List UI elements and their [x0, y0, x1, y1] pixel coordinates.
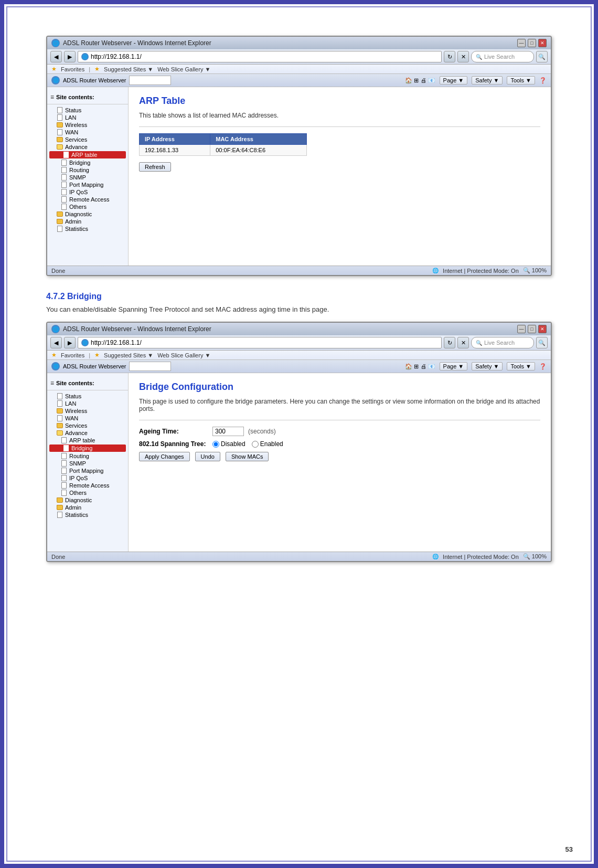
back-button-2[interactable]: ◀ — [50, 337, 62, 348]
search-box-2[interactable]: 🔍 Live Search — [471, 337, 534, 348]
refresh-button[interactable]: Refresh — [139, 162, 171, 172]
show-macs-button[interactable]: Show MACs — [226, 452, 269, 461]
sidebar-item-others-2[interactable]: Others — [47, 489, 128, 496]
web-slice-2[interactable]: Web Slice Gallery ▼ — [157, 352, 210, 358]
sidebar-item-ipqos-2[interactable]: IP QoS — [47, 474, 128, 482]
folder-icon-advance-2 — [57, 430, 63, 436]
sidebar-header-label-2: Site contents: — [56, 380, 94, 386]
search-inline-2[interactable] — [129, 362, 171, 371]
sidebar-item-admin-1[interactable]: Admin — [47, 218, 128, 225]
sidebar-item-routing-1[interactable]: Routing — [47, 166, 128, 174]
sidebar-item-portmapping-2[interactable]: Port Mapping — [47, 467, 128, 474]
close-button-2[interactable]: ✕ — [538, 325, 547, 333]
sidebar-item-ipqos-1[interactable]: IP QoS — [47, 188, 128, 196]
suggested-sites-1[interactable]: Suggested Sites ▼ — [104, 66, 153, 72]
spanning-enabled-radio[interactable] — [252, 441, 259, 448]
maximize-button-2[interactable]: □ — [528, 325, 536, 333]
suggested-sites-2[interactable]: Suggested Sites ▼ — [104, 352, 153, 358]
minimize-button-2[interactable]: — — [517, 325, 526, 333]
close-button-1[interactable]: ✕ — [538, 39, 547, 47]
folder-icon-diagnostic-2 — [57, 497, 63, 503]
sidebar-item-advance-2[interactable]: Advance — [47, 429, 128, 437]
sidebar-item-bridging-1[interactable]: Bridging — [47, 159, 128, 166]
favorites-label-2[interactable]: Favorites — [61, 352, 84, 358]
sidebar-item-statistics-2[interactable]: Statistics — [47, 511, 128, 518]
site-favicon-2: 🌐 — [51, 362, 60, 371]
refresh-nav-btn-1[interactable]: ↻ — [444, 51, 455, 62]
spanning-disabled-radio[interactable] — [212, 441, 219, 448]
sidebar-item-services-2[interactable]: Services — [47, 422, 128, 429]
sidebar-item-remoteaccess-2[interactable]: Remote Access — [47, 482, 128, 489]
sidebar-item-status-2[interactable]: Status — [47, 393, 128, 400]
stop-btn-2[interactable]: ✕ — [457, 337, 469, 348]
spanning-disabled-option[interactable]: Disabled — [212, 440, 245, 448]
sidebar-item-services-1[interactable]: Services — [47, 136, 128, 143]
stop-btn-1[interactable]: ✕ — [457, 51, 469, 62]
page-menu-1[interactable]: Page ▼ — [440, 76, 468, 84]
safety-menu-2[interactable]: Safety ▼ — [472, 362, 503, 371]
minimize-button-1[interactable]: — — [517, 39, 526, 47]
address-bar-1[interactable]: 🌐 http://192.168.1.1/ — [78, 51, 442, 62]
sidebar-item-remoteaccess-1[interactable]: Remote Access — [47, 196, 128, 203]
sidebar-item-arp-2[interactable]: ARP table — [47, 437, 128, 444]
web-slice-1[interactable]: Web Slice Gallery ▼ — [157, 66, 210, 72]
sidebar-item-bridging-2[interactable]: Bridging — [49, 444, 126, 452]
browser-window-2: 🌐 ADSL Router Webserver - Windows Intern… — [46, 322, 552, 562]
sidebar-item-diagnostic-2[interactable]: Diagnostic — [47, 496, 128, 504]
table-row: 192.168.1.33 00:0F:EA:64:C8:E6 — [140, 145, 307, 156]
sidebar-item-arp-1[interactable]: ARP table — [49, 151, 126, 158]
page-icon-bridging-1 — [61, 160, 67, 166]
zoom-level-1: 🔍 100% — [523, 267, 547, 274]
spanning-tree-row: 802.1d Spanning Tree: Disabled Enabled — [139, 440, 540, 448]
apply-changes-button[interactable]: Apply Changes — [139, 452, 190, 461]
help-icon-2[interactable]: ❓ — [539, 363, 547, 370]
sidebar-item-admin-2[interactable]: Admin — [47, 504, 128, 511]
sidebar-item-wireless-1[interactable]: Wireless — [47, 121, 128, 129]
sidebar-item-portmapping-1[interactable]: Port Mapping — [47, 181, 128, 188]
status-globe-icon-1: 🌐 — [432, 268, 439, 273]
sidebar-item-advance-1[interactable]: Advance — [47, 143, 128, 151]
bridge-btn-group: Apply Changes Undo Show MACs — [139, 452, 540, 461]
folder-icon-admin-2 — [57, 504, 63, 511]
sidebar-item-wan-2[interactable]: WAN — [47, 415, 128, 422]
sidebar-item-routing-2[interactable]: Routing — [47, 452, 128, 460]
search-box-1[interactable]: 🔍 Live Search — [471, 51, 534, 62]
search-go-btn-2[interactable]: 🔍 — [536, 337, 548, 348]
page-icon-remoteaccess-2 — [61, 482, 67, 489]
favorites-bar-2: ★ Favorites | ★ Suggested Sites ▼ Web Sl… — [47, 351, 551, 360]
page-icon-status-2 — [57, 393, 63, 399]
sidebar-item-lan-2[interactable]: LAN — [47, 400, 128, 407]
toolbar-icons-1: 🏠 ⊞ 🖨 📧 — [405, 77, 435, 84]
sidebar-item-snmp-2[interactable]: SNMP — [47, 460, 128, 467]
page-icon-wan-1 — [57, 129, 63, 135]
search-go-btn-1[interactable]: 🔍 — [536, 51, 548, 62]
arp-table: IP Address MAC Address 192.168.1.33 00:0… — [139, 133, 307, 156]
sidebar-item-wireless-2[interactable]: Wireless — [47, 407, 128, 415]
page-menu-2[interactable]: Page ▼ — [440, 362, 468, 371]
favorites-label-1[interactable]: Favorites — [61, 66, 84, 72]
sidebar-item-statistics-1[interactable]: Statistics — [47, 225, 128, 232]
status-globe-icon-2: 🌐 — [432, 554, 439, 559]
sidebar-item-snmp-1[interactable]: SNMP — [47, 174, 128, 181]
maximize-button-1[interactable]: □ — [528, 39, 536, 47]
spanning-tree-label: 802.1d Spanning Tree: — [139, 440, 212, 448]
sidebar-item-others-1[interactable]: Others — [47, 203, 128, 210]
sidebar-item-diagnostic-1[interactable]: Diagnostic — [47, 210, 128, 218]
refresh-nav-btn-2[interactable]: ↻ — [444, 337, 455, 348]
address-bar-2[interactable]: 🌐 http://192.168.1.1/ — [78, 337, 442, 348]
tools-menu-1[interactable]: Tools ▼ — [507, 76, 535, 84]
safety-menu-1[interactable]: Safety ▼ — [472, 76, 503, 84]
forward-button-2[interactable]: ▶ — [64, 337, 76, 348]
undo-button[interactable]: Undo — [195, 452, 220, 461]
back-button-1[interactable]: ◀ — [50, 51, 62, 62]
tools-menu-2[interactable]: Tools ▼ — [507, 362, 535, 371]
divider-1 — [139, 126, 540, 127]
sidebar-item-wan-1[interactable]: WAN — [47, 129, 128, 136]
spanning-enabled-option[interactable]: Enabled — [252, 440, 283, 448]
help-icon-1[interactable]: ❓ — [539, 77, 547, 84]
sidebar-item-lan-1[interactable]: LAN — [47, 114, 128, 121]
ageing-time-input[interactable] — [212, 427, 244, 436]
search-inline-1[interactable] — [129, 76, 171, 85]
sidebar-item-status-1[interactable]: Status — [47, 107, 128, 114]
forward-button-1[interactable]: ▶ — [64, 51, 76, 62]
